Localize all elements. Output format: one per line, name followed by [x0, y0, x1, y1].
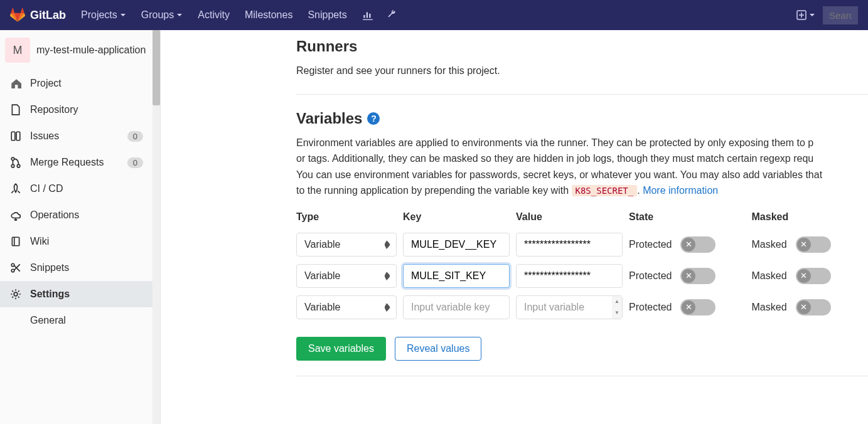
- project-header[interactable]: M my-test-mule-application: [0, 30, 153, 70]
- col-masked: Masked: [752, 211, 869, 225]
- help-icon[interactable]: ?: [367, 112, 380, 125]
- close-icon: ✕: [797, 238, 811, 252]
- sidebar-item-wiki[interactable]: Wiki: [0, 228, 153, 255]
- section-divider: [296, 376, 868, 376]
- book-icon: [10, 236, 21, 247]
- type-select[interactable]: Variable▲▼: [296, 233, 397, 257]
- type-select[interactable]: Variable▲▼: [296, 295, 397, 319]
- state-label: Protected: [629, 239, 672, 250]
- sidebar-item-operations[interactable]: Operations: [0, 202, 153, 228]
- nav-groups[interactable]: Groups: [141, 9, 183, 21]
- sidebar-item-label: Issues: [30, 130, 59, 142]
- count-badge: 0: [127, 157, 143, 168]
- rocket-icon: [10, 183, 21, 194]
- sidebar-item-snippets[interactable]: Snippets: [0, 255, 153, 281]
- sidebar-item-label: Settings: [30, 289, 70, 300]
- project-name: my-test-mule-application: [36, 44, 146, 57]
- more-info-link[interactable]: More information: [643, 185, 718, 196]
- type-select[interactable]: Variable▲▼: [296, 264, 397, 288]
- plus-square-icon: [796, 10, 806, 20]
- sidebar-item-ci-cd[interactable]: CI / CD: [0, 176, 153, 202]
- key-input[interactable]: [403, 295, 510, 319]
- state-label: Protected: [629, 270, 672, 282]
- sidebar-item-settings[interactable]: Settings: [0, 281, 153, 307]
- count-badge: 0: [127, 131, 143, 142]
- close-icon: ✕: [682, 300, 695, 314]
- nav-milestones[interactable]: Milestones: [245, 9, 292, 21]
- svg-point-5: [17, 164, 20, 167]
- reveal-values-button[interactable]: Reveal values: [395, 337, 482, 361]
- cloud-icon: [10, 209, 21, 221]
- value-input[interactable]: [516, 233, 623, 257]
- col-type: Type: [296, 211, 397, 225]
- gitlab-logo-icon: [10, 8, 25, 23]
- search-input[interactable]: [823, 6, 858, 24]
- button-row: Save variables Reveal values: [296, 337, 868, 361]
- nav-snippets[interactable]: Snippets: [308, 9, 346, 21]
- runners-title: Runners: [296, 38, 868, 55]
- chart-icon[interactable]: [362, 9, 373, 21]
- sidebar-item-label: Snippets: [30, 262, 69, 273]
- protected-toggle[interactable]: ✕: [680, 236, 715, 253]
- masked-toggle[interactable]: ✕: [796, 299, 831, 315]
- chevron-down-icon: [120, 12, 126, 18]
- masked-toggle[interactable]: ✕: [796, 236, 831, 253]
- svg-point-8: [11, 269, 14, 272]
- project-avatar: M: [5, 38, 30, 63]
- masked-label: Masked: [752, 302, 787, 313]
- new-button[interactable]: [796, 10, 815, 20]
- chevron-down-icon: [809, 12, 815, 18]
- section-divider: [296, 94, 868, 95]
- svg-rect-2: [16, 132, 20, 140]
- sidebar-item-label: Project: [30, 78, 62, 89]
- wrench-icon[interactable]: [386, 9, 397, 21]
- close-icon: ✕: [682, 238, 695, 252]
- brand-name[interactable]: GitLab: [30, 9, 66, 22]
- svg-point-4: [11, 164, 14, 167]
- key-input[interactable]: [403, 264, 510, 288]
- sidebar-item-label: Repository: [30, 104, 78, 115]
- issues-icon: [10, 130, 21, 142]
- save-variables-button[interactable]: Save variables: [296, 337, 386, 361]
- chevron-down-icon: [176, 12, 183, 18]
- col-state: State: [629, 211, 746, 225]
- protected-toggle[interactable]: ✕: [680, 268, 715, 284]
- protected-toggle[interactable]: ✕: [680, 299, 715, 315]
- close-icon: ✕: [682, 269, 695, 283]
- home-icon: [10, 78, 21, 89]
- sidebar-item-merge-requests[interactable]: Merge Requests0: [0, 149, 153, 176]
- svg-rect-1: [11, 132, 15, 140]
- sidebar-sub-general[interactable]: General: [0, 307, 153, 334]
- svg-rect-6: [12, 237, 19, 246]
- sidebar-scrollbar[interactable]: [153, 30, 160, 424]
- svg-point-9: [14, 292, 18, 296]
- col-key: Key: [403, 211, 510, 225]
- variables-desc: Environment variables are applied to env…: [296, 135, 868, 199]
- close-icon: ✕: [797, 300, 811, 314]
- scissors-icon: [10, 262, 21, 273]
- doc-icon: [10, 104, 21, 115]
- value-input[interactable]: [516, 264, 623, 288]
- gear-icon: [10, 289, 21, 300]
- sidebar-item-label: Merge Requests: [30, 157, 104, 168]
- sidebar-item-repository[interactable]: Repository: [0, 97, 153, 123]
- k8s-secret-code: K8S_SECRET_: [572, 185, 638, 196]
- nav-activity[interactable]: Activity: [198, 9, 230, 21]
- nav-projects[interactable]: Projects: [81, 9, 126, 21]
- merge-icon: [10, 157, 21, 168]
- top-nav: GitLab Projects Groups Activity Mileston…: [0, 0, 868, 30]
- resize-handle[interactable]: ▲▼: [612, 296, 622, 319]
- variables-title: Variables ?: [296, 110, 868, 127]
- masked-label: Masked: [752, 270, 787, 282]
- key-input[interactable]: [403, 233, 510, 257]
- sidebar-item-issues[interactable]: Issues0: [0, 123, 153, 149]
- sidebar-item-label: Operations: [30, 209, 79, 221]
- runners-desc: Register and see your runners for this p…: [296, 63, 868, 79]
- masked-label: Masked: [752, 239, 787, 250]
- sidebar-item-project[interactable]: Project: [0, 70, 153, 97]
- masked-toggle[interactable]: ✕: [796, 268, 831, 284]
- col-value: Value: [516, 211, 623, 225]
- variables-table: Type Key Value State Masked Variable▲▼Pr…: [296, 211, 868, 319]
- value-input[interactable]: [516, 295, 623, 319]
- sidebar-item-label: Wiki: [30, 236, 49, 247]
